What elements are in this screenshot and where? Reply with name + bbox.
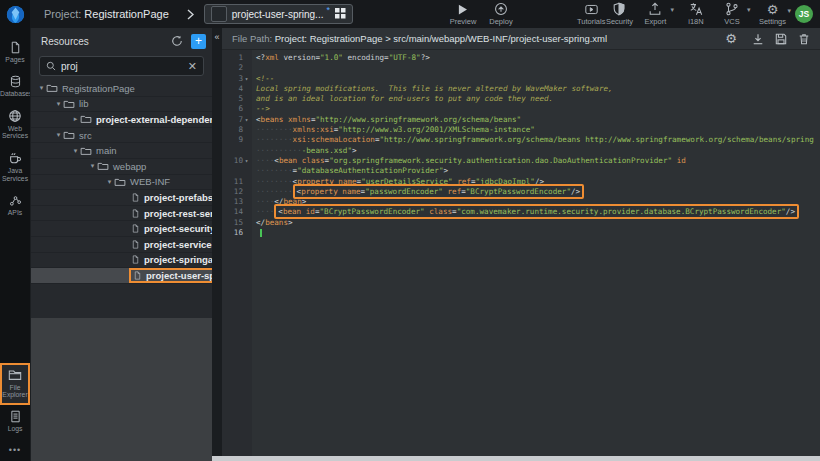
- tree-item-label: project-prefabs.xml: [144, 192, 212, 203]
- sidebar-item-databases[interactable]: Databases: [0, 70, 30, 104]
- tree-folder-lib[interactable]: ▾lib: [31, 97, 212, 113]
- caret-right-icon[interactable]: ▸: [71, 115, 80, 123]
- tree-folder-RegistrationPage[interactable]: ▾RegistrationPage: [31, 81, 212, 97]
- preview-label: Preview: [450, 17, 477, 26]
- tree-file-project-springapp.xml[interactable]: project-springapp.xml: [31, 253, 212, 269]
- save-icon[interactable]: [775, 33, 787, 45]
- tree-folder-webapp[interactable]: ▾webapp: [31, 159, 212, 175]
- panel-empty-area: [31, 318, 212, 461]
- security-label: Security: [606, 17, 633, 26]
- avatar[interactable]: JS: [795, 5, 813, 23]
- code-line-7: 7▾<beans xmlns="http://www.springframewo…: [222, 115, 820, 125]
- caret-down-icon[interactable]: ▾: [54, 100, 63, 108]
- delete-icon[interactable]: [798, 33, 810, 45]
- tree-file-project-prefabs.xml[interactable]: project-prefabs.xml: [31, 190, 212, 206]
- collapse-panel-icon[interactable]: «: [214, 32, 219, 42]
- wavemaker-logo[interactable]: [0, 0, 30, 28]
- vcs-button[interactable]: VCS: [718, 2, 746, 26]
- tree-file-icon: [131, 254, 140, 265]
- left-sidebar: PagesDatabasesWeb ServicesJava ServicesA…: [0, 28, 30, 461]
- i18n-button[interactable]: i18N: [682, 2, 710, 26]
- folder-icon: [8, 368, 22, 382]
- line-number: 16: [234, 228, 243, 238]
- tree-item-label: project-security.xml: [144, 223, 212, 234]
- code-area[interactable]: 1<?xml version="1.0" encoding="UTF-8"?>2…: [222, 50, 820, 461]
- code-line-2: 2: [222, 63, 820, 73]
- refresh-icon[interactable]: [171, 35, 183, 47]
- tree-folder-WEB-INF[interactable]: ▾WEB-INF: [31, 175, 212, 191]
- horizontal-scrollbar[interactable]: [212, 456, 820, 461]
- code-line-6: 6-->: [222, 104, 820, 114]
- add-resource-button[interactable]: +: [191, 34, 206, 49]
- top-bar: Project: RegistrationPage project-user-s…: [0, 0, 820, 28]
- tree-file-project-security.xml[interactable]: project-security.xml: [31, 221, 212, 237]
- resources-title: Resources: [41, 36, 163, 47]
- panel-divider[interactable]: «: [212, 28, 222, 461]
- topbar-actions: PreviewDeployTutorials: [449, 2, 605, 26]
- tree-item-label: project-rest-service.xml: [144, 208, 212, 219]
- tree-folder-project-external-dependency-jars[interactable]: ▸project-external-dependency-jars: [31, 112, 212, 128]
- fold-caret-icon[interactable]: ▾: [243, 156, 250, 166]
- search-input[interactable]: [61, 61, 183, 72]
- tree-file-icon: [133, 270, 142, 281]
- fold-caret-icon[interactable]: ▾: [243, 115, 250, 125]
- branch-icon: [725, 2, 739, 16]
- tree-file-icon: [131, 192, 140, 203]
- caret-down-icon[interactable]: ▾: [88, 162, 97, 170]
- tutorials-button[interactable]: Tutorials: [577, 3, 605, 26]
- caret-down-icon[interactable]: ▾: [105, 178, 114, 186]
- tree-file-icon: [131, 223, 140, 234]
- export-icon: [648, 2, 662, 16]
- file-tab[interactable]: project-user-spring... *: [204, 4, 353, 24]
- sidebar-item-java-services[interactable]: Java Services: [0, 146, 30, 189]
- security-button[interactable]: Security: [605, 2, 633, 26]
- code-editor: File Path: Project: RegistrationPage > s…: [222, 28, 820, 461]
- code-line-10: 10▾····<bean class="org.springframework.…: [222, 156, 820, 166]
- grid-icon[interactable]: [335, 8, 346, 21]
- tree-file-project-user-spring.xml[interactable]: project-user-spring.xml: [31, 268, 212, 284]
- tree-folder-src[interactable]: ▾src: [31, 128, 212, 144]
- project-breadcrumb[interactable]: Project: RegistrationPage: [44, 8, 169, 20]
- tree-file-project-services.xml[interactable]: project-services.xml: [31, 237, 212, 253]
- tree-item-label: RegistrationPage: [62, 83, 135, 94]
- deploy-icon: [494, 2, 508, 16]
- sidebar-item-label: Pages: [0, 56, 30, 64]
- api-icon: [9, 194, 22, 207]
- tutorials-icon: [584, 3, 599, 16]
- chevron-right-icon: [187, 9, 194, 20]
- deploy-button[interactable]: Deploy: [487, 2, 515, 26]
- sidebar-item-pages[interactable]: Pages: [0, 36, 30, 70]
- sidebar-item-apis[interactable]: APIs: [0, 189, 30, 223]
- clear-search-icon[interactable]: ✕: [188, 60, 197, 73]
- caret-down-icon[interactable]: ▾: [54, 131, 63, 139]
- coffee-icon: [8, 151, 22, 165]
- pages-icon: [9, 41, 22, 54]
- chevron-down-icon: ▾: [787, 7, 791, 15]
- file-path-value: Project: RegistrationPage > src/main/web…: [275, 33, 607, 44]
- line-number: 15: [234, 218, 243, 228]
- translate-icon: [689, 2, 703, 16]
- sidebar-item-file-explorer[interactable]: File Explorer: [0, 363, 30, 406]
- code-line-5: 5and is an ideal location for end-users …: [222, 94, 820, 104]
- line-number: 8: [238, 125, 243, 135]
- caret-down-icon[interactable]: ▾: [71, 147, 80, 155]
- settings-button[interactable]: ⚙Settings: [758, 3, 786, 26]
- sidebar-item-web-services[interactable]: Web Services: [0, 104, 30, 147]
- tree-folder-icon: [63, 129, 75, 141]
- caret-down-icon[interactable]: ▾: [37, 84, 46, 92]
- download-icon[interactable]: [752, 33, 764, 45]
- tree-folder-icon: [63, 98, 75, 110]
- resource-search[interactable]: ✕: [39, 56, 204, 76]
- tree-folder-main[interactable]: ▾main: [31, 143, 212, 159]
- tree-file-project-rest-service.xml[interactable]: project-rest-service.xml: [31, 206, 212, 222]
- export-button[interactable]: Export: [641, 2, 669, 26]
- file-path: File Path: Project: RegistrationPage > s…: [232, 33, 607, 44]
- annotation-highlight: project-user-spring.xml: [131, 270, 212, 281]
- editor-settings-icon[interactable]: ⚙: [725, 32, 737, 45]
- line-number: 4: [238, 84, 243, 94]
- preview-button[interactable]: Preview: [449, 3, 477, 26]
- sidebar-item-logs[interactable]: Logs: [0, 405, 30, 439]
- settings-label: Settings: [759, 17, 786, 26]
- fold-caret-icon[interactable]: ▾: [243, 74, 250, 84]
- more-icon[interactable]: •••: [0, 439, 30, 461]
